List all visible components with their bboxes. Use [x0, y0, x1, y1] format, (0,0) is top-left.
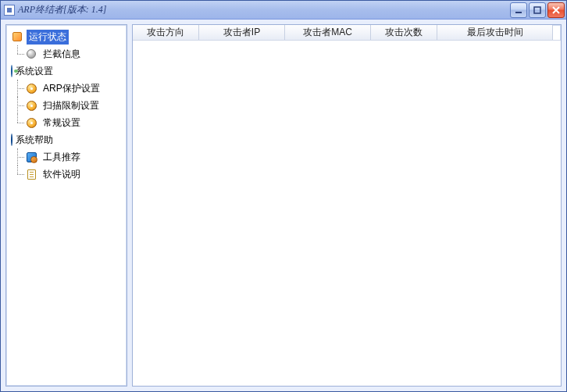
col-last-attack-time[interactable]: 最后攻击时间: [437, 25, 553, 40]
col-attacker-mac[interactable]: 攻击者MAC: [285, 25, 371, 40]
tree-label: 拦截信息: [41, 47, 83, 62]
tree-connector: [11, 80, 25, 97]
tree-item-arp-protection[interactable]: ARP保护设置: [8, 80, 125, 97]
tree-root: 运行状态 拦截信息 系统设置: [8, 28, 125, 183]
tree-section-settings[interactable]: 系统设置: [8, 62, 125, 80]
tree-connector: [11, 97, 25, 114]
tree-label: 运行状态: [27, 30, 69, 45]
gear-icon: [25, 82, 37, 94]
minimize-icon: [515, 6, 522, 14]
tree-label: 系统帮助: [16, 134, 53, 147]
status-icon: [11, 30, 23, 43]
doc-icon: [25, 168, 37, 180]
tree-label: 软件说明: [41, 167, 83, 182]
tree-item-intercept[interactable]: 拦截信息: [8, 45, 125, 62]
tree-connector: [11, 114, 25, 131]
window-controls: [510, 2, 565, 18]
tree-connector: [11, 45, 25, 62]
list-body[interactable]: [133, 41, 561, 386]
tree-section-status[interactable]: 运行状态: [8, 28, 125, 45]
close-button[interactable]: [547, 2, 565, 18]
svg-rect-1: [534, 7, 540, 13]
intercept-icon: [25, 48, 37, 60]
tree-connector: [11, 148, 25, 166]
maximize-icon: [533, 6, 541, 14]
tree-label: 系统设置: [16, 65, 53, 78]
gear-icon: [25, 99, 37, 112]
window-title: ARP终结者[版本: 1.4]: [18, 3, 510, 16]
tree-item-tool-recommend[interactable]: 工具推荐: [8, 148, 125, 166]
tree-label: 常规设置: [41, 116, 83, 130]
tree-section-help[interactable]: 系统帮助: [8, 131, 125, 148]
tree-connector: [11, 166, 25, 183]
tree-label: 扫描限制设置: [41, 98, 102, 113]
titlebar[interactable]: ARP终结者[版本: 1.4]: [1, 1, 566, 20]
minimize-button[interactable]: [510, 2, 527, 18]
svg-rect-0: [515, 12, 522, 13]
close-icon: [552, 6, 560, 14]
maximize-button[interactable]: [529, 2, 546, 18]
col-attack-direction[interactable]: 攻击方向: [133, 25, 199, 40]
tree-item-software-notes[interactable]: 软件说明: [8, 166, 125, 183]
tree-item-general-settings[interactable]: 常规设置: [8, 114, 125, 131]
globe-icon: [11, 66, 12, 77]
sidebar-tree[interactable]: 运行状态 拦截信息 系统设置: [5, 24, 127, 387]
globe2-icon: [11, 134, 12, 145]
app-window: ARP终结者[版本: 1.4] 运行状态: [0, 0, 567, 392]
column-headers: 攻击方向 攻击者IP 攻击者MAC 攻击次数 最后攻击时间: [133, 25, 561, 41]
tree-item-scan-limit[interactable]: 扫描限制设置: [8, 97, 125, 114]
app-icon: [4, 5, 15, 16]
col-attacker-ip[interactable]: 攻击者IP: [199, 25, 285, 40]
tree-label: ARP保护设置: [41, 81, 102, 96]
main-list: 攻击方向 攻击者IP 攻击者MAC 攻击次数 最后攻击时间: [132, 24, 562, 387]
tree-label: 工具推荐: [41, 150, 83, 165]
col-attack-count[interactable]: 攻击次数: [371, 25, 437, 40]
client-area: 运行状态 拦截信息 系统设置: [1, 20, 566, 391]
gear-icon: [25, 116, 37, 129]
tools-icon: [25, 151, 37, 163]
